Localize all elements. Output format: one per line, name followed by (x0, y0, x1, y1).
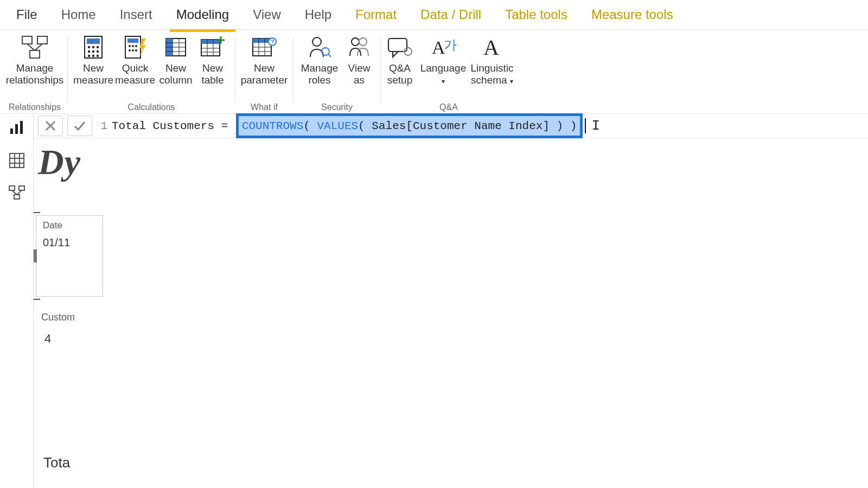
new-table-label: New table (201, 62, 224, 86)
page-title-fragment: Dy (34, 138, 107, 183)
svg-rect-60 (15, 124, 18, 134)
svg-point-18 (129, 45, 131, 47)
svg-point-48 (312, 37, 321, 46)
group-calculations-label: Calculations (70, 102, 233, 113)
tab-home[interactable]: Home (49, 4, 108, 25)
formula-input[interactable]: Total Customers = COUNTROWS( VALUES( Sal… (112, 115, 868, 136)
linguistic-schema-button[interactable]: A Linguistic schema ▾ (469, 33, 515, 86)
selection-handle-left[interactable] (34, 249, 37, 262)
tab-format[interactable]: Format (343, 4, 409, 25)
view-as-button[interactable]: View as (342, 33, 376, 86)
svg-text:?: ? (271, 38, 275, 45)
tab-insert[interactable]: Insert (108, 4, 164, 25)
manage-relationships-button[interactable]: Manage relationships (5, 33, 65, 86)
svg-point-13 (88, 55, 90, 57)
model-view-icon[interactable] (7, 183, 27, 203)
svg-point-22 (132, 49, 134, 52)
view-as-label: View as (348, 62, 371, 86)
formula-prefix: Total Customers = (112, 120, 235, 132)
language-button[interactable]: A 가 Language▾ (419, 33, 468, 86)
formula-cursor (585, 118, 586, 133)
relationships-icon (20, 34, 50, 60)
quick-measure-button[interactable]: Quick measure (114, 33, 156, 86)
view-as-icon (344, 34, 374, 60)
language-icon: A 가 (428, 34, 458, 60)
svg-point-11 (92, 50, 94, 53)
new-parameter-label: New parameter (241, 62, 288, 86)
manage-roles-button[interactable]: Manage roles (298, 33, 341, 86)
svg-point-14 (92, 55, 94, 57)
svg-point-21 (129, 49, 131, 52)
qa-setup-label: Q&A setup (387, 62, 412, 86)
svg-rect-62 (10, 153, 24, 168)
ribbon-tab-strip: File Home Insert Modeling View Help Form… (0, 0, 868, 30)
customer-tile-value: 4 (41, 323, 107, 346)
svg-point-23 (135, 49, 137, 52)
new-table-icon (197, 34, 228, 60)
svg-rect-67 (9, 186, 15, 190)
report-view-icon[interactable] (7, 118, 27, 138)
parameter-icon: ? (249, 34, 279, 60)
svg-rect-2 (30, 50, 40, 58)
svg-line-71 (17, 190, 22, 195)
group-relationships-label: Relationships (4, 102, 65, 113)
svg-rect-6 (87, 38, 100, 44)
svg-point-9 (97, 46, 99, 48)
customer-tile-label: Custom (41, 312, 107, 323)
svg-rect-59 (10, 129, 13, 134)
date-slicer-card[interactable]: Date 01/11 (36, 215, 103, 297)
qa-setup-button[interactable]: Q&A setup (382, 33, 418, 86)
tab-measure-tools[interactable]: Measure tools (579, 4, 685, 25)
card-header: Date (36, 216, 103, 234)
tab-table-tools[interactable]: Table tools (493, 4, 579, 25)
new-measure-label: New measure (73, 62, 113, 86)
svg-point-49 (322, 48, 329, 55)
svg-point-19 (132, 45, 134, 47)
svg-line-4 (35, 44, 42, 50)
svg-point-15 (97, 55, 99, 57)
svg-line-3 (27, 44, 35, 50)
svg-line-50 (328, 54, 331, 57)
svg-marker-54 (393, 52, 398, 57)
manage-roles-label: Manage roles (301, 62, 339, 86)
customer-tile[interactable]: Custom 4 (41, 312, 107, 346)
new-column-button[interactable]: New column (157, 33, 195, 86)
tab-help[interactable]: Help (293, 4, 343, 25)
svg-rect-17 (127, 38, 138, 43)
data-view-icon[interactable] (7, 151, 27, 170)
svg-rect-1 (37, 36, 47, 44)
manage-roles-icon (304, 34, 335, 60)
left-nav (0, 114, 34, 488)
group-qa-label: Q&A (383, 102, 514, 113)
new-column-icon (161, 34, 191, 60)
new-table-button[interactable]: New table (196, 33, 229, 86)
svg-text:가: 가 (444, 37, 457, 52)
svg-point-52 (359, 38, 367, 46)
svg-point-12 (97, 50, 99, 53)
linguistic-schema-label: Linguistic schema ▾ (470, 62, 513, 86)
svg-rect-33 (201, 40, 220, 44)
calculator-icon (78, 34, 108, 60)
selection-corner-bl[interactable] (34, 292, 40, 300)
svg-point-20 (135, 45, 137, 47)
svg-text:A: A (483, 35, 499, 59)
svg-rect-68 (19, 186, 24, 190)
new-column-label: New column (159, 62, 192, 86)
linguistic-schema-icon: A (477, 34, 507, 60)
svg-rect-61 (20, 121, 23, 134)
selection-corner-tl[interactable] (34, 212, 40, 220)
cancel-formula-button[interactable] (38, 115, 63, 136)
new-measure-button[interactable]: New measure (73, 33, 113, 86)
commit-formula-button[interactable] (67, 115, 92, 136)
new-parameter-button[interactable]: ? New parameter (238, 33, 290, 86)
formula-bar: 1 Total Customers = COUNTROWS( VALUES( S… (34, 114, 868, 138)
tab-view[interactable]: View (241, 4, 293, 25)
formula-highlight: COUNTROWS( VALUES( Sales[Customer Name I… (236, 113, 583, 138)
tab-data-drill[interactable]: Data / Drill (409, 4, 493, 25)
tab-file[interactable]: File (14, 4, 49, 25)
report-canvas[interactable]: Dy Date 01/11 Custom 4 Tota (34, 138, 107, 488)
formula-line-number: 1 (92, 120, 112, 132)
svg-rect-0 (22, 36, 32, 44)
tab-modeling[interactable]: Modeling (164, 4, 241, 25)
manage-relationships-label: Manage relationships (6, 62, 64, 86)
